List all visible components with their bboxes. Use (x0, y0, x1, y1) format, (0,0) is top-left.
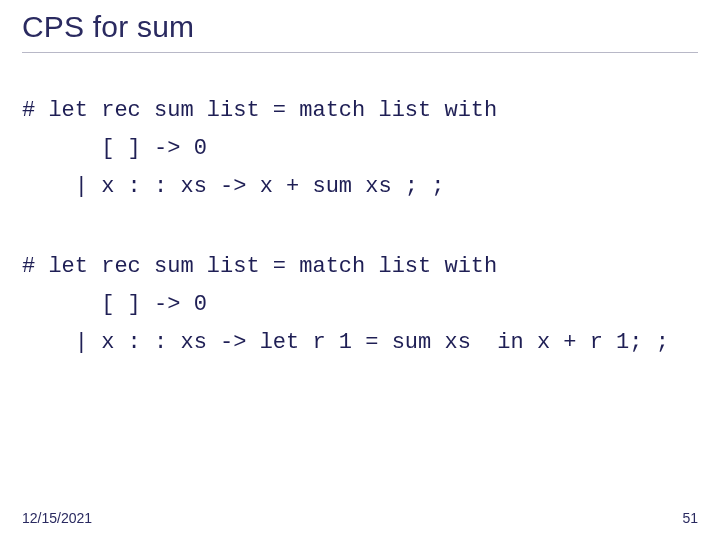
slide-title: CPS for sum (22, 10, 194, 44)
title-underline (22, 52, 698, 53)
code-block-1: # let rec sum list = match list with [ ]… (22, 92, 497, 206)
footer-page-number: 51 (682, 510, 698, 526)
footer-date: 12/15/2021 (22, 510, 92, 526)
code-block-2: # let rec sum list = match list with [ ]… (22, 248, 669, 362)
slide: CPS for sum # let rec sum list = match l… (0, 0, 720, 540)
